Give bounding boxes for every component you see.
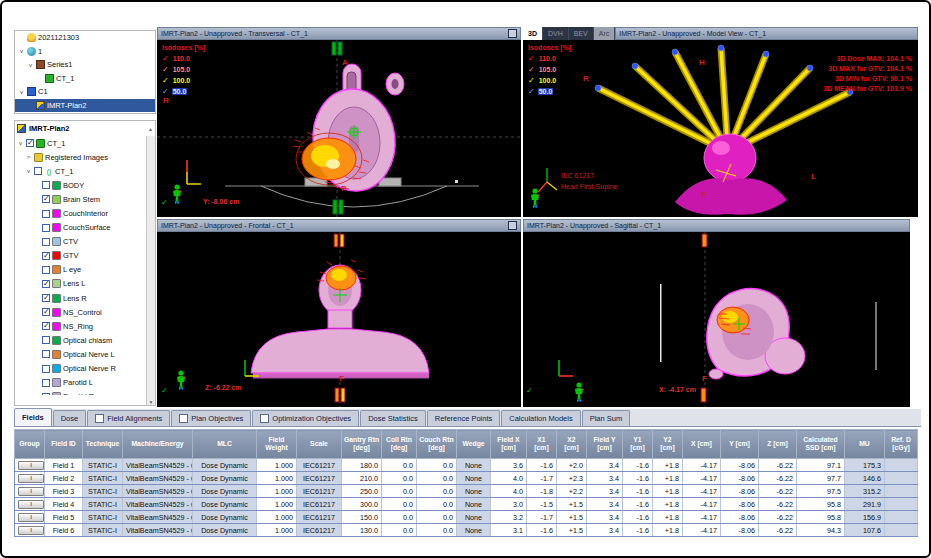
frontal-image[interactable] [157, 232, 521, 407]
column-header[interactable]: Coll Rtn [deg] [382, 430, 417, 459]
column-header[interactable]: Machine/Energy [123, 430, 193, 459]
model-image[interactable] [523, 40, 918, 217]
field-cell[interactable]: 1.000 [257, 524, 297, 537]
field-cell[interactable]: 3.4 [587, 485, 623, 498]
column-header[interactable]: Field Weight [257, 430, 297, 459]
structure-item[interactable]: Parotid R [15, 390, 147, 395]
structure-item[interactable]: CouchSurface [15, 221, 147, 235]
field-cell[interactable]: 150.0 [342, 511, 382, 524]
visibility-checkbox[interactable] [42, 393, 50, 395]
field-cell[interactable]: 0.0 [382, 485, 417, 498]
field-cell[interactable]: 0.0 [417, 472, 457, 485]
column-header[interactable]: Group [15, 430, 45, 459]
field-cell[interactable]: +1.8 [653, 459, 683, 472]
sagittal-title-bar[interactable]: IMRT-Plan2 - Unapproved - Sagittal - CT_… [523, 219, 910, 232]
field-cell[interactable]: -4.17 [683, 485, 721, 498]
restore-icon[interactable] [508, 221, 517, 230]
field-cell[interactable]: 0.0 [382, 498, 417, 511]
structure-item[interactable]: NS_Ring [15, 319, 147, 333]
field-cell[interactable]: Field 1 [45, 459, 83, 472]
field-cell[interactable]: 3.2 [491, 511, 527, 524]
visibility-checkbox[interactable] [42, 195, 50, 203]
field-cell[interactable]: 250.0 [342, 485, 382, 498]
visibility-checkbox[interactable] [42, 252, 50, 260]
field-cell[interactable]: 0.0 [417, 459, 457, 472]
field-cell[interactable]: -8.06 [721, 485, 759, 498]
structure-item[interactable]: CTV [15, 235, 147, 249]
tab-checkbox[interactable] [179, 414, 188, 423]
plan-tab[interactable]: Calculation Models [501, 410, 580, 426]
patient-tree-item[interactable]: 2021121303 [15, 31, 155, 45]
field-cell[interactable]: -1.6 [623, 459, 653, 472]
field-cell[interactable]: +1.8 [653, 498, 683, 511]
visibility-checkbox[interactable] [42, 224, 50, 232]
field-cell[interactable]: 97.5 [797, 485, 845, 498]
transversal-title-bar[interactable]: IMRT-Plan2 - Unapproved - Transversal - … [157, 27, 521, 40]
field-cell[interactable]: 1.000 [257, 485, 297, 498]
structure-item[interactable]: Lens R [15, 291, 147, 305]
patient-tree-item[interactable]: v Series1 [15, 58, 155, 72]
field-cell[interactable]: +1.5 [557, 511, 587, 524]
structure-item[interactable]: NS_Control [15, 305, 147, 319]
field-cell[interactable]: +1.8 [653, 485, 683, 498]
view-tab[interactable]: 3D [523, 27, 543, 40]
field-cell[interactable]: 3.1 [491, 524, 527, 537]
structure-item[interactable]: CouchInterior [15, 206, 147, 220]
field-cell[interactable]: -8.06 [721, 459, 759, 472]
field-cell[interactable]: 97.7 [797, 472, 845, 485]
field-cell[interactable]: 130.0 [342, 524, 382, 537]
field-cell[interactable]: +1.5 [557, 524, 587, 537]
visibility-checkbox[interactable] [42, 336, 50, 344]
expander-icon[interactable]: v [27, 62, 34, 68]
field-cell[interactable]: -6.22 [759, 498, 797, 511]
field-cell[interactable]: -4.17 [683, 511, 721, 524]
view-tab[interactable]: BEV [569, 27, 594, 40]
structure-item[interactable]: GTV [15, 249, 147, 263]
field-cell[interactable]: 3.4 [587, 459, 623, 472]
field-cell[interactable]: +2.0 [557, 459, 587, 472]
expander-icon[interactable]: v [25, 168, 32, 174]
structure-item[interactable]: Lens L [15, 277, 147, 291]
field-cell[interactable]: -8.06 [721, 472, 759, 485]
column-header[interactable]: Y1 [cm] [623, 430, 653, 459]
column-header[interactable]: Z [cm] [759, 430, 797, 459]
field-cell[interactable]: Field 4 [45, 498, 83, 511]
frontal-title-bar[interactable]: IMRT-Plan2 - Unapproved - Frontal - CT_1 [157, 219, 521, 232]
field-cell[interactable]: 1.000 [257, 472, 297, 485]
visibility-checkbox[interactable] [42, 365, 50, 373]
field-cell[interactable]: 0.0 [417, 524, 457, 537]
field-cell[interactable]: 94.3 [797, 524, 845, 537]
plan-tab[interactable]: Plan Objectives [171, 410, 251, 426]
tab-checkbox[interactable] [95, 414, 104, 423]
visibility-checkbox[interactable] [42, 210, 50, 218]
visibility-checkbox[interactable] [42, 294, 50, 302]
slice-slider[interactable] [701, 234, 707, 402]
scroll-down-arrow[interactable]: ▼ [147, 399, 156, 405]
column-header[interactable]: MU [845, 430, 885, 459]
visibility-checkbox[interactable] [42, 350, 50, 358]
expander-icon[interactable]: v [18, 48, 25, 54]
structure-item[interactable]: > Registered Images [15, 150, 147, 164]
group-button[interactable]: I [18, 487, 44, 496]
expander-icon[interactable]: v [18, 89, 25, 95]
column-header[interactable]: Y [cm] [721, 430, 759, 459]
patient-tree-item[interactable]: IMRT-Plan2 [15, 99, 155, 113]
sagittal-canvas[interactable]: F X: -4.17 cm ✓ [523, 232, 910, 407]
visibility-checkbox[interactable] [42, 181, 50, 189]
field-cell[interactable]: 3.0 [491, 498, 527, 511]
structure-item[interactable]: Parotid L [15, 376, 147, 390]
field-row[interactable]: IField 3STATIC-IVitalBeamSN4529 - 6XDose… [15, 485, 918, 498]
field-cell[interactable]: +1.8 [653, 472, 683, 485]
field-cell[interactable]: +1.5 [557, 498, 587, 511]
field-cell[interactable]: Field 3 [45, 485, 83, 498]
column-header[interactable]: Field Y [cm] [587, 430, 623, 459]
field-cell[interactable]: 3.4 [587, 472, 623, 485]
field-cell[interactable]: Field 2 [45, 472, 83, 485]
field-cell[interactable]: 3.4 [587, 498, 623, 511]
scrollbar[interactable]: ▼ [146, 136, 155, 405]
field-cell[interactable]: 0.0 [417, 498, 457, 511]
field-cell[interactable]: 3.4 [587, 511, 623, 524]
field-cell[interactable]: -1.6 [527, 524, 557, 537]
field-cell[interactable]: 0.0 [382, 459, 417, 472]
visibility-checkbox[interactable] [42, 280, 50, 288]
